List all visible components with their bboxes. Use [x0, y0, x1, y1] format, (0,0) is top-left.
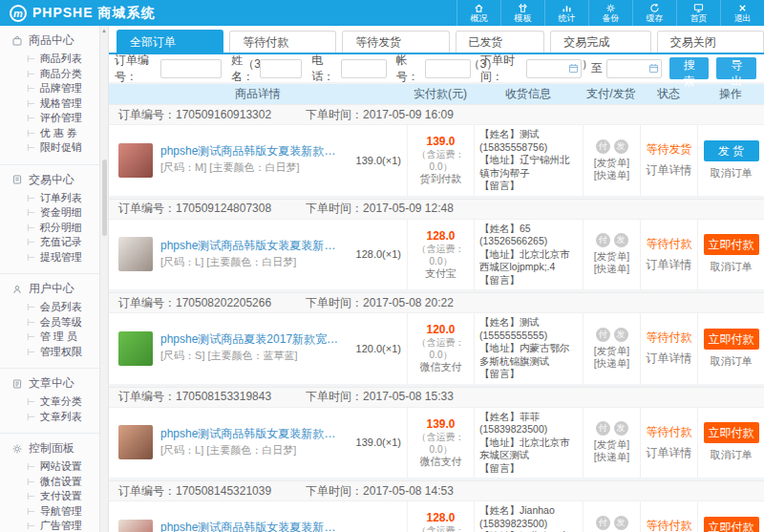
cancel-order-link[interactable]: 取消订单	[711, 448, 753, 462]
product-image[interactable]	[118, 425, 153, 459]
sidebar-item[interactable]: ⊢订单列表	[0, 191, 108, 206]
invoice-link[interactable]: [发货单]	[594, 345, 629, 357]
product-price-qty: 139.0(×1)	[356, 436, 407, 448]
sidebar-item[interactable]: ⊢管 理 员	[0, 330, 108, 345]
branch-icon: ⊢	[27, 317, 35, 328]
paid-amount: 120.0	[426, 323, 455, 336]
order-tab[interactable]: 交易完成（3）	[550, 31, 651, 53]
nav-homepage[interactable]: 首页	[676, 0, 720, 26]
nav-overview[interactable]: 概况	[456, 0, 500, 26]
invoice-link[interactable]: [发货单]	[594, 157, 629, 169]
order-action-button[interactable]: 立即付款	[704, 422, 759, 443]
product-title[interactable]: phpshe测试商品夏装2017新款宽松荷叶边喇叭袖露肩衬衫女预	[160, 333, 347, 346]
order-no-input[interactable]	[160, 59, 222, 78]
product-title[interactable]: phpshe测试商品韩版女夏装新款系带流苏拼接V领七分袖衬衫	[160, 428, 347, 440]
order-action-button[interactable]: 立即付款	[704, 234, 759, 255]
receiver-cell: 【姓名】65 (13526566265) 【地址】北京北京市西城区lojpmpk…	[474, 220, 583, 290]
section-items: ⊢商品列表⊢商品分类⊢品牌管理⊢规格管理⊢评价管理⊢优 惠 券⊢限时促销	[0, 52, 108, 156]
invoice-link[interactable]: [发货单]	[594, 438, 629, 451]
sidebar-item[interactable]: ⊢管理权限	[0, 345, 108, 360]
sidebar-item[interactable]: ⊢文章分类	[0, 394, 108, 410]
sidebar-item[interactable]: ⊢会员列表	[0, 300, 108, 315]
order-tab[interactable]: 交易关闭（12）	[657, 31, 764, 53]
product-spec: [尺码：S] [主要颜色：蓝草蓝]	[160, 349, 347, 363]
sidebar-item[interactable]: ⊢商品分类	[0, 67, 108, 82]
sidebar-item[interactable]: ⊢积分明细	[0, 221, 108, 236]
order-action-button[interactable]: 发 货	[704, 140, 759, 161]
logo: m PHPSHE 商城系统	[0, 5, 155, 22]
order-tab[interactable]: 全部订单（66）	[117, 30, 223, 53]
receiver-name: 测试	[520, 316, 540, 328]
order-detail-link[interactable]: 订单详情	[647, 257, 692, 273]
sidebar-item[interactable]: ⊢优 惠 券	[0, 126, 108, 141]
sidebar-item[interactable]: ⊢资金明细	[0, 205, 108, 221]
order-action-button[interactable]: 立即付款	[704, 517, 759, 532]
freight: （含运费：0.0）	[408, 243, 474, 267]
sidebar-item[interactable]: ⊢规格管理	[0, 96, 108, 112]
order-detail-link[interactable]: 订单详情	[647, 351, 692, 367]
cancel-order-link[interactable]: 取消订单	[711, 354, 753, 369]
express-link[interactable]: [快递单]	[594, 357, 629, 370]
export-button[interactable]: 导出	[716, 57, 756, 79]
sidebar-item[interactable]: ⊢会员等级	[0, 315, 108, 330]
scrollbar-thumb[interactable]	[102, 160, 107, 236]
order-action-button[interactable]: 立即付款	[704, 329, 759, 350]
account-input[interactable]	[425, 59, 471, 78]
cancel-order-link[interactable]: 取消订单	[711, 166, 753, 181]
order-row: 订单编号：170508145321039 下单时间：2017-05-08 14:…	[109, 480, 764, 532]
product-image[interactable]	[118, 143, 153, 178]
product-title[interactable]: phpshe测试商品韩版女装夏装新款韩范衬衣系带V领七分袖衬衫	[160, 240, 347, 252]
sidebar-item[interactable]: ⊢充值记录	[0, 235, 108, 250]
date-to-input[interactable]	[606, 59, 662, 78]
addr-label: 【地址】	[479, 436, 520, 448]
nav-backup[interactable]: 备份	[588, 0, 632, 26]
sidebar-item[interactable]: ⊢评价管理	[0, 111, 108, 126]
name-input[interactable]	[260, 59, 302, 78]
sidebar-item[interactable]: ⊢提现管理	[0, 250, 108, 266]
product-image[interactable]	[118, 520, 153, 532]
shipped-badge-icon: 发	[614, 233, 628, 247]
sidebar-item[interactable]: ⊢限时促销	[0, 140, 108, 156]
product-title[interactable]: phpshe测试商品韩版女夏装新款系带流苏拼接V领七分袖衬衫	[160, 145, 347, 158]
order-detail-link[interactable]: 订单详情	[647, 162, 692, 179]
nav-cache[interactable]: 缓存	[632, 0, 676, 26]
order-tab[interactable]: 已发货（3）	[456, 31, 545, 53]
product-image[interactable]	[118, 331, 153, 366]
sidebar-item[interactable]: ⊢支付设置	[0, 489, 108, 504]
order-no: 170508202205266	[176, 296, 271, 309]
product-title[interactable]: phpshe测试商品韩版女装夏装新款韩范衬衣系带V领七分袖衬衫	[160, 521, 347, 532]
express-link[interactable]: [快递单]	[594, 169, 629, 181]
sidebar-item[interactable]: ⊢网站设置	[0, 459, 108, 475]
time-label: 下单时间：	[480, 53, 522, 85]
nav-stats[interactable]: 统计	[544, 0, 588, 26]
gear-icon	[605, 3, 616, 13]
product-image[interactable]	[118, 237, 153, 271]
search-button[interactable]: 搜索	[669, 57, 710, 79]
order-tab[interactable]: 等待发货（17）	[342, 31, 449, 53]
express-link[interactable]: [快递单]	[594, 263, 629, 275]
invoice-link[interactable]: [发货单]	[594, 250, 629, 263]
phone-input[interactable]	[341, 59, 387, 78]
nav-template[interactable]: 模板	[500, 0, 544, 26]
sidebar-item[interactable]: ⊢品牌管理	[0, 81, 108, 96]
order-detail-link[interactable]: 订单详情	[647, 445, 692, 461]
sidebar-scrollbar[interactable]: ▲	[99, 26, 108, 532]
sidebar-item[interactable]: ⊢广告管理	[0, 519, 108, 532]
order-time: 2017-05-08 14:53	[363, 484, 454, 498]
scroll-up-icon[interactable]: ▲	[100, 26, 108, 35]
express-link[interactable]: [快递单]	[594, 451, 629, 463]
sidebar-item[interactable]: ⊢文章列表	[0, 410, 108, 425]
product-cell: phpshe测试商品夏装2017新款宽松荷叶边喇叭袖露肩衬衫女预 [尺码：S] …	[109, 313, 407, 384]
freight: （含运费：0.0）	[408, 336, 474, 361]
cancel-order-link[interactable]: 取消订单	[711, 260, 753, 274]
branch-icon: ⊢	[27, 491, 35, 501]
date-from-input[interactable]	[526, 59, 582, 78]
paid-cell: 139.0 （含运费：0.0） 微信支付	[407, 408, 474, 479]
sidebar-item[interactable]: ⊢商品列表	[0, 52, 108, 67]
order-tab[interactable]: 等待付款（31）	[229, 31, 336, 53]
section-items: ⊢会员列表⊢会员等级⊢管 理 员⊢管理权限	[0, 300, 108, 359]
sidebar-item[interactable]: ⊢导航管理	[0, 504, 108, 520]
action-cell: 立即付款 取消订单	[697, 220, 764, 290]
nav-logout[interactable]: 退出	[720, 0, 764, 26]
sidebar-item[interactable]: ⊢微信设置	[0, 475, 108, 490]
